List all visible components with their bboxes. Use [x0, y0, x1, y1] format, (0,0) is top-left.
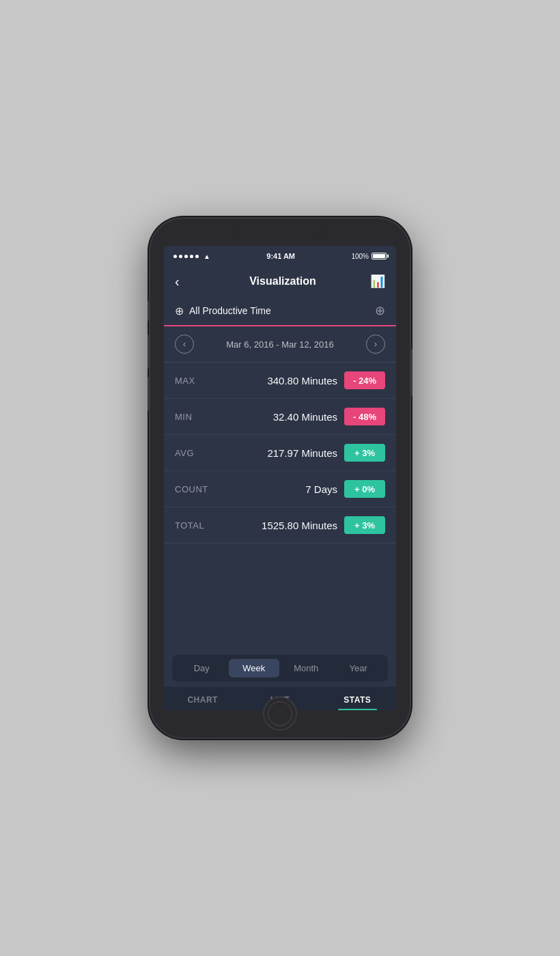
stat-row-avg: AVG 217.97 Minutes + 3% [164, 435, 396, 471]
volume-down-button[interactable] [148, 377, 150, 411]
stat-badge-max: - 24% [344, 371, 385, 389]
date-range: Mar 6, 2016 - Mar 12, 2016 [226, 339, 334, 350]
home-button-inner [268, 701, 292, 726]
tab-year[interactable]: Year [333, 659, 384, 677]
back-button[interactable]: ‹ [175, 274, 195, 290]
next-date-button[interactable]: › [366, 335, 385, 354]
content-spacer [164, 544, 396, 649]
stat-value-total: 1525.80 Minutes [216, 520, 337, 531]
productive-time-row: ⊕ All Productive Time ⊕ [164, 296, 396, 325]
stat-label-total: TOTAL [175, 520, 216, 531]
status-time: 9:41 AM [266, 252, 295, 260]
stat-value-min: 32.40 Minutes [216, 411, 337, 423]
date-navigation: ‹ Mar 6, 2016 - Mar 12, 2016 › [164, 326, 396, 363]
signal-area: ▲ [173, 253, 210, 260]
stat-value-avg: 217.97 Minutes [216, 447, 337, 459]
signal-dot-4 [190, 255, 193, 258]
signal-dot-5 [195, 255, 199, 258]
battery-percent: 100% [351, 253, 369, 260]
content-area: ⊕ All Productive Time ⊕ ‹ Mar 6, 2016 - … [164, 296, 396, 710]
nav-title: Visualization [249, 275, 316, 287]
add-right-icon[interactable]: ⊕ [375, 303, 385, 318]
stat-badge-count: + 0% [344, 480, 385, 498]
phone-device: ▲ 9:41 AM 100% ‹ Visualization 📊 ⊕ All P… [150, 219, 410, 737]
productive-time-label: All Productive Time [189, 305, 271, 316]
battery-fill [373, 254, 385, 258]
tab-week[interactable]: Week [229, 659, 280, 677]
stat-row-max: MAX 340.80 Minutes - 24% [164, 363, 396, 399]
wifi-icon: ▲ [204, 253, 210, 260]
stat-row-total: TOTAL 1525.80 Minutes + 3% [164, 507, 396, 544]
prev-date-button[interactable]: ‹ [175, 335, 194, 354]
nav-bar: ‹ Visualization 📊 [164, 266, 396, 296]
stat-label-min: MIN [175, 412, 216, 422]
stat-badge-min: - 48% [344, 408, 385, 425]
tab-chart[interactable]: CHART [164, 687, 241, 710]
home-button[interactable] [263, 697, 297, 731]
top-bar [239, 228, 321, 236]
screen: ▲ 9:41 AM 100% ‹ Visualization 📊 ⊕ All P… [164, 246, 396, 710]
tab-day[interactable]: Day [176, 659, 227, 677]
volume-up-button[interactable] [148, 335, 150, 369]
period-tabs: Day Week Month Year [172, 655, 388, 681]
stat-row-count: COUNT 7 Days + 0% [164, 471, 396, 507]
stats-table: MAX 340.80 Minutes - 24% MIN 32.40 Minut… [164, 363, 396, 544]
tab-month[interactable]: Month [281, 659, 332, 677]
tab-stats[interactable]: STATS [319, 687, 396, 710]
stat-label-count: COUNT [175, 484, 216, 494]
add-icon: ⊕ [175, 305, 184, 318]
chart-icon[interactable]: 📊 [370, 274, 385, 289]
signal-dot-2 [179, 255, 182, 258]
stat-value-max: 340.80 Minutes [216, 375, 337, 386]
stat-badge-total: + 3% [344, 516, 385, 534]
status-bar: ▲ 9:41 AM 100% [164, 246, 396, 266]
signal-dot-3 [184, 255, 188, 258]
power-button[interactable] [410, 348, 412, 396]
productive-time-left: ⊕ All Productive Time [175, 305, 271, 318]
stat-value-count: 7 Days [216, 483, 337, 495]
signal-dot-1 [173, 255, 177, 258]
battery-icon [372, 253, 387, 259]
stat-label-max: MAX [175, 376, 216, 386]
stat-label-avg: AVG [175, 448, 216, 458]
stat-row-min: MIN 32.40 Minutes - 48% [164, 399, 396, 435]
stat-badge-avg: + 3% [344, 444, 385, 462]
battery-area: 100% [351, 253, 387, 260]
